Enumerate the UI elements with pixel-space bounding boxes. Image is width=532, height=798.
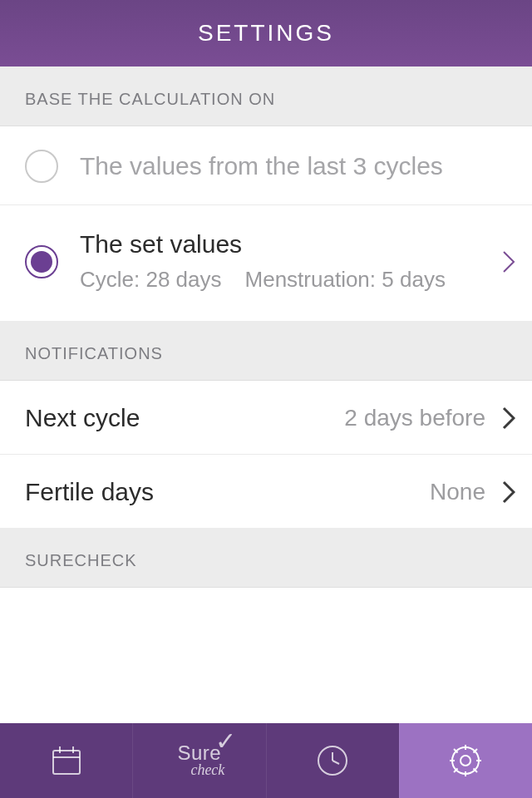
tab-bar: Sure✓ check — [0, 723, 532, 798]
option-last-cycles[interactable]: The values from the last 3 cycles — [0, 126, 532, 204]
empty-area — [0, 588, 532, 723]
fertile-days-value: None — [430, 479, 485, 505]
gear-icon — [446, 741, 485, 780]
svg-line-6 — [332, 761, 339, 764]
next-cycle-label: Next cycle — [25, 404, 140, 432]
chevron-right-icon — [502, 480, 515, 504]
tab-history[interactable] — [266, 723, 399, 798]
set-values-menstruation: Menstruation: 5 days — [245, 267, 446, 293]
chevron-right-icon — [502, 406, 515, 430]
section-header-calculation: BASE THE CALCULATION ON — [0, 66, 532, 126]
tab-calendar[interactable] — [0, 723, 132, 798]
tab-settings[interactable] — [399, 723, 532, 798]
next-cycle-value: 2 days before — [344, 405, 485, 431]
svg-point-8 — [452, 747, 479, 774]
option-set-values[interactable]: The set values Cycle: 28 days Menstruati… — [0, 204, 532, 321]
clock-icon — [314, 742, 351, 779]
option-set-values-label: The set values — [80, 230, 497, 259]
row-fertile-days[interactable]: Fertile days None — [0, 454, 532, 528]
radio-unselected-icon — [25, 150, 58, 183]
fertile-days-label: Fertile days — [25, 478, 154, 506]
surecheck-logo-icon: Sure✓ check — [174, 745, 224, 776]
option-last-cycles-label: The values from the last 3 cycles — [80, 152, 515, 180]
chevron-right-icon — [502, 250, 515, 273]
radio-selected-icon — [25, 245, 58, 278]
set-values-cycle: Cycle: 28 days — [80, 267, 222, 293]
page-title: SETTINGS — [198, 20, 334, 47]
tab-surecheck[interactable]: Sure✓ check — [132, 723, 265, 798]
page-header: SETTINGS — [0, 0, 532, 66]
section-header-surecheck: SURECHECK — [0, 528, 532, 588]
section-header-notifications: NOTIFICATIONS — [0, 321, 532, 381]
row-next-cycle[interactable]: Next cycle 2 days before — [0, 381, 532, 454]
svg-point-7 — [461, 756, 470, 766]
svg-rect-0 — [53, 751, 80, 774]
calendar-icon — [48, 742, 85, 779]
